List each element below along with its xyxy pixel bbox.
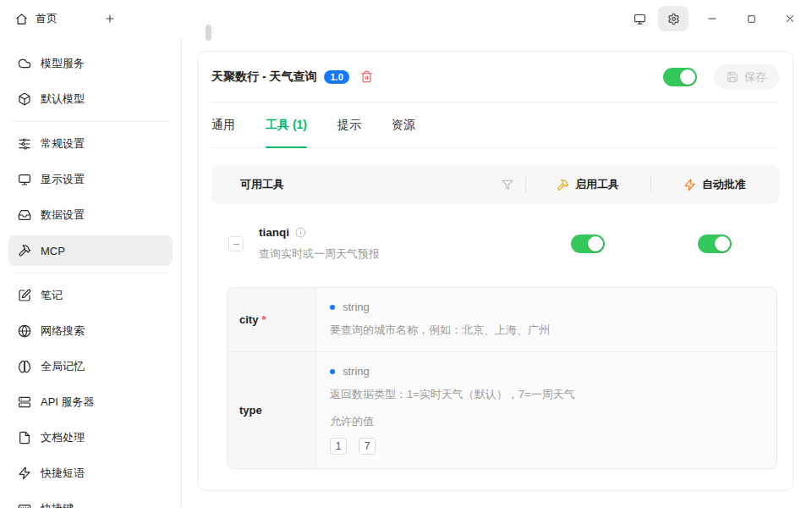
sidebar-item-model-service[interactable]: 模型服务 <box>8 48 173 79</box>
tab-resources[interactable]: 资源 <box>392 102 415 147</box>
tab-general[interactable]: 通用 <box>211 102 235 147</box>
scrollbar-thumb[interactable] <box>206 25 211 41</box>
new-tab-button[interactable] <box>95 6 125 31</box>
save-icon <box>727 71 738 83</box>
keyboard-icon <box>18 502 31 508</box>
tab-tools[interactable]: 工具 (1) <box>266 102 307 147</box>
sidebar-item-label: 常规设置 <box>41 136 85 152</box>
maximize-button[interactable] <box>736 6 766 31</box>
mcp-detail-panel: 天聚数行 - 天气查询 1.0 保存 <box>182 37 812 508</box>
minimize-icon <box>706 13 718 25</box>
file-icon <box>18 431 31 444</box>
globe-icon <box>18 324 31 338</box>
tool-auto-approve-toggle[interactable] <box>698 235 732 253</box>
minus-icon <box>232 240 241 249</box>
param-description: 返回数据类型：1=实时天气（默认），7=一周天气 <box>330 387 763 402</box>
server-title: 天聚数行 - 天气查询 <box>211 69 316 85</box>
sidebar-item-web-search[interactable]: 网络搜索 <box>8 316 173 346</box>
titlebar: 首页 <box>0 0 812 37</box>
server-enabled-toggle[interactable] <box>663 68 697 86</box>
col-available-tools: 可用工具 <box>240 177 284 192</box>
sidebar-item-label: 快捷短语 <box>41 466 85 481</box>
close-button[interactable] <box>775 6 805 31</box>
mcp-server-card: 天聚数行 - 天气查询 1.0 保存 <box>197 51 793 491</box>
type-dot-icon <box>330 369 335 374</box>
allowed-value-badge: 1 <box>330 438 347 455</box>
settings-sidebar: 模型服务 默认模型 常规设置 显示设置 数据设置 MCP <box>0 37 182 508</box>
tab-home-label: 首页 <box>36 11 58 26</box>
save-button-label: 保存 <box>744 69 766 85</box>
detail-tabs: 通用 工具 (1) 提示 资源 <box>211 102 779 148</box>
mini-window-button[interactable] <box>624 6 655 31</box>
sidebar-item-label: 笔记 <box>41 288 63 303</box>
monitor-icon <box>634 13 646 25</box>
required-marker: * <box>261 313 266 326</box>
sidebar-item-label: 快捷键 <box>41 501 74 508</box>
auto-approve-icon <box>683 179 696 191</box>
sidebar-item-label: MCP <box>41 245 65 257</box>
sidebar-item-label: 文档处理 <box>41 430 85 445</box>
filter-icon[interactable] <box>502 179 513 190</box>
sidebar-item-api-server[interactable]: API 服务器 <box>8 387 173 417</box>
param-type: string <box>343 365 370 378</box>
server-icon <box>18 395 31 409</box>
minimize-button[interactable] <box>697 6 727 31</box>
sidebar-item-label: API 服务器 <box>41 395 95 410</box>
close-icon <box>784 13 796 25</box>
col-enable-tools: 启用工具 <box>575 177 619 192</box>
info-icon[interactable] <box>295 227 306 238</box>
sidebar-item-shortcuts[interactable]: 快捷键 <box>8 494 173 508</box>
cloud-icon <box>18 57 31 70</box>
pen-icon <box>18 289 31 302</box>
delete-server-button[interactable] <box>360 70 373 83</box>
tools-table-header: 可用工具 启用工具 <box>211 165 779 204</box>
param-row-city: city * string 要查询的城市名称，例如：北京、上海、广州 <box>228 288 776 351</box>
sidebar-item-label: 显示设置 <box>41 172 85 187</box>
tab-home[interactable]: 首页 <box>15 11 58 26</box>
sidebar-item-label: 模型服务 <box>41 56 85 71</box>
param-description: 要查询的城市名称，例如：北京、上海、广州 <box>330 323 763 338</box>
sidebar-item-label: 全局记忆 <box>41 359 85 374</box>
settings-button[interactable] <box>658 6 689 31</box>
collapse-tool-button[interactable] <box>228 236 244 251</box>
sidebar-item-mcp[interactable]: MCP <box>8 235 173 266</box>
sidebar-item-notes[interactable]: 笔记 <box>8 280 173 311</box>
app-window: 首页 <box>0 0 812 508</box>
param-name: city <box>239 313 258 326</box>
col-auto-approve: 自动批准 <box>702 177 746 192</box>
sidebar-item-display-settings[interactable]: 显示设置 <box>8 164 173 195</box>
gear-icon <box>667 13 680 25</box>
maximize-icon <box>746 14 757 25</box>
tool-enabled-toggle[interactable] <box>571 235 605 253</box>
tab-prompts[interactable]: 提示 <box>337 102 361 147</box>
sidebar-item-label: 网络搜索 <box>41 323 85 339</box>
tool-row: tianqi 查询实时或一周天气预报 <box>211 204 779 285</box>
tool-params-table: city * string 要查询的城市名称，例如：北京、上海、广州 <box>227 287 777 469</box>
sidebar-item-document-processing[interactable]: 文档处理 <box>8 422 173 453</box>
sidebar-item-global-memory[interactable]: 全局记忆 <box>8 351 173 382</box>
brain-icon <box>18 360 31 373</box>
display-icon <box>18 173 31 186</box>
allowed-values-label: 允许的值 <box>330 414 763 429</box>
enable-tool-icon <box>557 179 569 191</box>
tools-table: 可用工具 启用工具 <box>211 165 779 469</box>
sidebar-item-default-model[interactable]: 默认模型 <box>8 84 173 114</box>
allowed-value-badge: 7 <box>359 438 376 455</box>
sidebar-item-data-settings[interactable]: 数据设置 <box>8 200 173 230</box>
param-name: type <box>239 404 262 417</box>
sidebar-divider <box>12 273 169 273</box>
type-dot-icon <box>330 305 335 310</box>
param-row-type: type string 返回数据类型：1=实时天气（默认），7=一周天气 允许的… <box>228 351 776 468</box>
sidebar-item-quick-phrases[interactable]: 快捷短语 <box>8 458 173 489</box>
param-type: string <box>343 301 370 313</box>
zap-icon <box>18 467 31 480</box>
save-button[interactable]: 保存 <box>714 64 779 90</box>
plus-icon <box>104 13 116 25</box>
sliders-icon <box>18 137 31 151</box>
hammer-icon <box>18 244 31 257</box>
sidebar-item-label: 默认模型 <box>41 91 85 107</box>
sidebar-item-general-settings[interactable]: 常规设置 <box>8 129 173 159</box>
home-icon <box>15 13 28 25</box>
version-badge: 1.0 <box>324 70 348 84</box>
package-icon <box>18 92 31 106</box>
